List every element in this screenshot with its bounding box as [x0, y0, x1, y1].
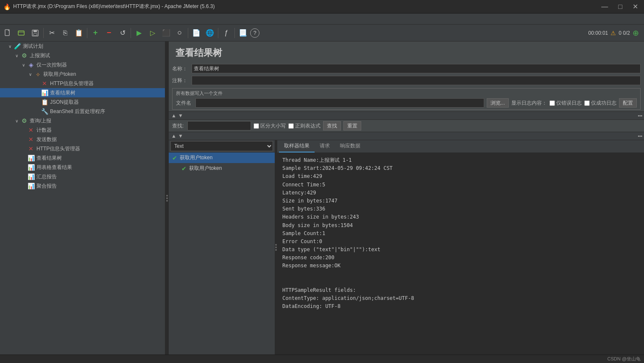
tree-node-send[interactable]: ✕ 发送数据 — [0, 135, 165, 144]
separator-1 — [43, 28, 44, 38]
tree-node-group2[interactable]: ∨ ⚙ 查询/上报 — [0, 116, 165, 125]
toggle-extractor — [34, 99, 40, 105]
toggle-testplan[interactable]: ∨ — [7, 43, 13, 49]
run-button[interactable]: ▶ — [133, 27, 145, 39]
new-button[interactable] — [2, 27, 14, 39]
help-button[interactable]: ? — [250, 28, 259, 38]
tree-node-listener1[interactable]: 📊 查看结果树 — [0, 88, 165, 97]
status-text: CSDN @坐山龟 — [608, 356, 641, 362]
more-btn-1[interactable]: ••• — [638, 114, 642, 118]
tree-node-postproc[interactable]: 🔧 BeanShell 后置处理程序 — [0, 107, 165, 116]
send-label: 发送数据 — [36, 136, 57, 143]
tree-node-headerMgr1[interactable]: ✕ HTTP信息头管理器 — [0, 79, 165, 88]
type-select[interactable]: Text RegExp Tester CSS/JQuery Tester XPa… — [170, 141, 273, 151]
tab-sampler-result[interactable]: 取样器结果 — [279, 140, 315, 152]
toggle-listener1 — [34, 90, 40, 96]
save-button[interactable] — [29, 27, 42, 39]
stop-button[interactable]: ⬛ — [160, 27, 173, 39]
tree-node-extractor[interactable]: 📋 JSON提取器 — [0, 97, 165, 107]
listener2-label: 查看结果树 — [36, 155, 62, 162]
listener1-icon: 📊 — [41, 89, 48, 97]
up-arrow-2[interactable]: ▲ — [170, 133, 177, 139]
log-viewer-button[interactable]: 📃 — [237, 27, 249, 39]
open-button[interactable] — [15, 27, 28, 39]
cut-button[interactable]: ✂ — [45, 27, 58, 39]
shutdown-button[interactable]: ⭘ — [173, 27, 186, 39]
horizontal-splitter[interactable] — [165, 42, 169, 355]
check-icon-2: ✔ — [181, 165, 187, 172]
testplan-label: 测试计划 — [22, 43, 43, 50]
toggle-group2[interactable]: ∨ — [14, 118, 20, 124]
tree-node-aggregate[interactable]: 📊 聚合报告 — [0, 181, 165, 191]
detail-content: Thread Name:上报测试 1-1 Sample Start:2024-0… — [277, 153, 644, 355]
config-button[interactable]: 配置 — [619, 98, 637, 108]
regex-checkbox[interactable] — [288, 123, 294, 129]
tree-node-controller[interactable]: ∨ ◈ 仅一次控制器 — [0, 60, 165, 69]
run-no-pause-button[interactable]: ▷ — [146, 27, 159, 39]
toggle-sampler[interactable]: ∨ — [27, 71, 33, 77]
find-button[interactable]: 查找 — [323, 121, 341, 130]
add-button[interactable]: + — [89, 27, 102, 39]
headerMgr1-icon: ✕ — [41, 80, 48, 87]
maximize-button[interactable]: □ — [616, 2, 625, 11]
file-group: 所有数据写入一个文件 文件名 浏览... 显示日志内容： 仅错误日志 仅成功日志… — [172, 88, 641, 110]
controller-label: 仅一次控制器 — [36, 61, 67, 69]
error-only-checkbox[interactable] — [549, 100, 555, 106]
tree-node-testplan[interactable]: ∨ 🧪 测试计划 — [0, 42, 165, 51]
separator-3 — [131, 28, 131, 38]
template-button[interactable]: 📄 — [190, 27, 203, 39]
thread-label: 上报测试 — [29, 52, 50, 59]
minimize-button[interactable]: — — [599, 2, 611, 11]
listener1-label: 查看结果树 — [49, 89, 75, 97]
toggle-postproc — [34, 108, 40, 114]
listener2-icon: 📊 — [27, 154, 35, 162]
result-item-2[interactable]: ✔ 获取用户token — [169, 163, 275, 174]
case-sensitive-checkbox[interactable] — [254, 123, 259, 129]
tree-node-counter[interactable]: ✕ 计数器 — [0, 125, 165, 135]
case-sensitive-label: 区分大小写 — [254, 122, 286, 130]
title-bar: 🔥 HTTP请求.jmx (D:\Program Files (x86)\met… — [0, 0, 644, 14]
down-arrow-2[interactable]: ▼ — [177, 133, 184, 139]
tree-node-thread[interactable]: ∨ ⚙ 上报测试 — [0, 51, 165, 60]
warning-icon: ⚠ — [611, 30, 616, 36]
table-label: 用表格查看结果 — [36, 164, 72, 171]
copy-button[interactable]: ⎘ — [59, 27, 72, 39]
success-only-checkbox[interactable] — [584, 100, 590, 106]
toggle-controller[interactable]: ∨ — [20, 62, 26, 68]
browse-button[interactable]: 浏览... — [487, 98, 509, 108]
paste-button[interactable]: 📋 — [72, 27, 85, 39]
tree-node-headerMgr2[interactable]: ✕ HTTP信息头管理器 — [0, 144, 165, 153]
postproc-label: BeanShell 后置处理程序 — [49, 108, 105, 115]
tree-node-table[interactable]: 📊 用表格查看结果 — [0, 163, 165, 172]
search-input[interactable] — [187, 121, 251, 130]
function-button[interactable]: ƒ — [220, 27, 233, 39]
file-input[interactable] — [195, 98, 484, 108]
toggle-thread[interactable]: ∨ — [14, 53, 20, 58]
detail-line-0: Thread Name:上报测试 1-1 — [282, 156, 639, 164]
result-item-1[interactable]: ✔ 获取用户token — [169, 152, 275, 163]
detail-line-13: Response message:OK — [282, 262, 639, 270]
result-toolbar: Text RegExp Tester CSS/JQuery Tester XPa… — [169, 140, 275, 152]
tab-response[interactable]: 响应数据 — [335, 140, 365, 152]
tab-request[interactable]: 请求 — [315, 140, 335, 152]
tree-node-sampler[interactable]: ∨ ⟡ 获取用户token — [0, 69, 165, 79]
tabs-bar: 取样器结果 请求 响应数据 — [277, 140, 644, 153]
reset-button[interactable]: ↺ — [116, 27, 129, 39]
name-input[interactable] — [192, 64, 641, 73]
tree-node-summary[interactable]: 📊 汇总报告 — [0, 172, 165, 181]
more-btn-2[interactable]: ••• — [638, 134, 642, 139]
down-arrow-1[interactable]: ▼ — [177, 113, 184, 119]
remote-button[interactable]: 🌐 — [204, 27, 216, 39]
up-arrow-1[interactable]: ▲ — [170, 113, 177, 119]
add-remote-button[interactable]: ⊕ — [633, 28, 639, 38]
close-button[interactable]: ✕ — [630, 2, 641, 11]
aggregate-icon: 📊 — [27, 182, 35, 190]
tree-node-listener2[interactable]: 📊 查看结果树 — [0, 153, 165, 163]
remove-button[interactable]: − — [103, 27, 115, 39]
name-label: 名称： — [172, 65, 189, 72]
detail-line-7: Headers size in bytes:243 — [282, 213, 639, 221]
toggle-summary — [20, 174, 26, 180]
separator-4 — [188, 28, 188, 38]
reset-button[interactable]: 重置 — [343, 121, 361, 130]
comment-input[interactable] — [192, 76, 641, 85]
